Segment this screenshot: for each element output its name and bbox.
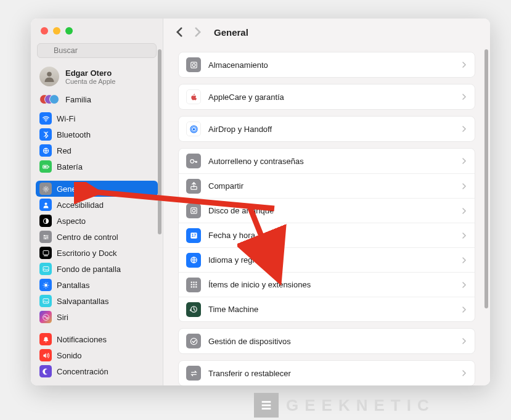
row-compartir[interactable]: Compartir xyxy=(179,173,475,198)
sidebar-item-concentracion[interactable]: Concentración xyxy=(31,363,163,379)
wifi-icon xyxy=(39,112,52,125)
dock-icon xyxy=(39,247,52,259)
sound-icon xyxy=(39,349,52,361)
family-label: Familia xyxy=(65,95,91,104)
row-disco-arranque[interactable]: Disco de arranque xyxy=(179,198,475,223)
row-label: Idioma y región xyxy=(208,255,454,265)
dev-icon xyxy=(186,334,201,348)
ss-icon xyxy=(39,295,52,307)
asp-icon xyxy=(39,215,52,227)
sidebar-item-label: Siri xyxy=(57,313,68,322)
date-icon xyxy=(186,228,201,243)
maximize-button[interactable] xyxy=(65,27,73,35)
chevron-right-icon xyxy=(461,307,467,313)
sidebar-item-aspecto[interactable]: Aspecto xyxy=(31,213,163,229)
disk-icon xyxy=(186,204,201,218)
row-fecha-hora[interactable]: Fecha y hora xyxy=(179,223,475,247)
account-subtitle: Cuenta de Apple xyxy=(65,78,115,85)
sidebar-item-label: Bluetooth xyxy=(57,130,91,139)
notif-icon xyxy=(39,333,52,345)
sidebar-item-escritorio-dock[interactable]: Escritorio y Dock xyxy=(31,245,163,261)
sidebar-item-red[interactable]: Red xyxy=(31,142,163,159)
row-almacenamiento[interactable]: Almacenamiento xyxy=(179,52,475,77)
sidebar-item-accesibilidad[interactable]: Accesibilidad xyxy=(31,197,163,213)
row-idioma[interactable]: Idioma y región xyxy=(179,247,475,272)
sidebar-item-account[interactable]: Edgar Otero Cuenta de Apple xyxy=(31,63,163,90)
sidebar-scrollbar[interactable] xyxy=(157,43,163,385)
sidebar-item-centro-control[interactable]: Centro de control xyxy=(31,229,163,245)
bt-icon xyxy=(39,128,52,141)
focus-icon xyxy=(39,365,52,377)
sidebar-item-label: Wi-Fi xyxy=(57,114,75,123)
search-input[interactable] xyxy=(37,43,157,58)
row-gestion-disp[interactable]: Gestión de dispositivos xyxy=(179,329,475,353)
window-controls xyxy=(31,19,163,41)
chevron-right-icon xyxy=(461,183,467,189)
sidebar-item-notificaciones[interactable]: Notificaciones xyxy=(31,331,163,347)
lang-icon xyxy=(186,253,201,268)
trans-icon xyxy=(186,366,201,381)
chevron-right-icon xyxy=(461,233,467,239)
forward-button[interactable] xyxy=(193,27,203,37)
row-items-inicio[interactable]: Ítems de inicio y extensiones xyxy=(179,272,475,297)
sidebar-item-label: Aspecto xyxy=(57,216,86,226)
row-time-machine[interactable]: Time Machine xyxy=(179,297,475,321)
row-label: Disco de arranque xyxy=(208,206,454,215)
sidebar-item-salvapantallas[interactable]: Salvapantallas xyxy=(31,293,163,309)
sidebar-item-fondo-pantalla[interactable]: Fondo de pantalla xyxy=(31,261,163,277)
sidebar: Edgar Otero Cuenta de Apple Familia Wi-F… xyxy=(31,19,163,385)
minimize-button[interactable] xyxy=(53,27,60,35)
watermark: GEEKNETIC xyxy=(254,393,435,418)
row-autorelleno[interactable]: Autorrelleno y contraseñas xyxy=(179,149,475,173)
row-label: Gestión de dispositivos xyxy=(208,337,454,346)
sidebar-item-sonido[interactable]: Sonido xyxy=(31,347,163,363)
chevron-right-icon xyxy=(461,126,467,132)
account-name: Edgar Otero xyxy=(65,68,115,78)
cc-icon xyxy=(39,231,52,243)
settings-window: Edgar Otero Cuenta de Apple Familia Wi-F… xyxy=(31,19,490,385)
alm-icon xyxy=(186,57,201,72)
net-icon xyxy=(39,144,52,157)
sidebar-item-general[interactable]: General xyxy=(36,181,158,197)
back-button[interactable] xyxy=(174,27,184,37)
row-applecare[interactable]: AppleCare y garantía xyxy=(179,84,475,109)
sidebar-item-label: Salvapantallas xyxy=(57,297,109,306)
sidebar-item-pantallas[interactable]: Pantallas xyxy=(31,277,163,293)
sidebar-item-wifi[interactable]: Wi-Fi xyxy=(31,110,163,126)
chevron-right-icon xyxy=(461,94,467,100)
content-header: General xyxy=(163,19,490,46)
close-button[interactable] xyxy=(41,27,48,35)
chevron-right-icon xyxy=(461,208,467,214)
sidebar-item-label: Escritorio y Dock xyxy=(57,249,117,258)
sidebar-item-label: Pantallas xyxy=(57,281,89,290)
row-transferir[interactable]: Transferir o restablecer xyxy=(179,361,475,385)
family-icon xyxy=(39,93,59,105)
chevron-right-icon xyxy=(461,338,467,344)
row-label: Compartir xyxy=(208,181,454,191)
sidebar-item-siri[interactable]: Siri xyxy=(31,309,163,325)
content-scrollbar[interactable] xyxy=(484,49,489,379)
sidebar-item-family[interactable]: Familia xyxy=(31,90,163,110)
chevron-right-icon xyxy=(461,62,467,68)
items-icon xyxy=(186,278,201,292)
avatar xyxy=(39,67,59,86)
sidebar-item-label: Notificaciones xyxy=(57,335,107,344)
row-label: Transferir o restablecer xyxy=(208,369,454,378)
row-airdrop[interactable]: AirDrop y Handoff xyxy=(179,117,475,141)
row-label: Fecha y hora xyxy=(208,231,454,240)
gen-icon xyxy=(39,183,52,195)
sidebar-item-label: Batería xyxy=(57,162,83,171)
row-label: Almacenamiento xyxy=(208,60,454,70)
wall-icon xyxy=(39,263,52,275)
row-label: Time Machine xyxy=(208,305,454,314)
sidebar-item-bateria[interactable]: Batería xyxy=(31,159,163,175)
tm-icon xyxy=(186,302,201,317)
siri-icon xyxy=(39,311,52,323)
chevron-right-icon xyxy=(461,257,467,263)
acc-icon xyxy=(39,199,52,211)
row-label: Autorrelleno y contraseñas xyxy=(208,157,454,166)
row-label: AppleCare y garantía xyxy=(208,93,454,102)
auto-icon xyxy=(186,154,201,168)
sidebar-item-bluetooth[interactable]: Bluetooth xyxy=(31,126,163,142)
sidebar-item-label: Red xyxy=(57,146,72,155)
